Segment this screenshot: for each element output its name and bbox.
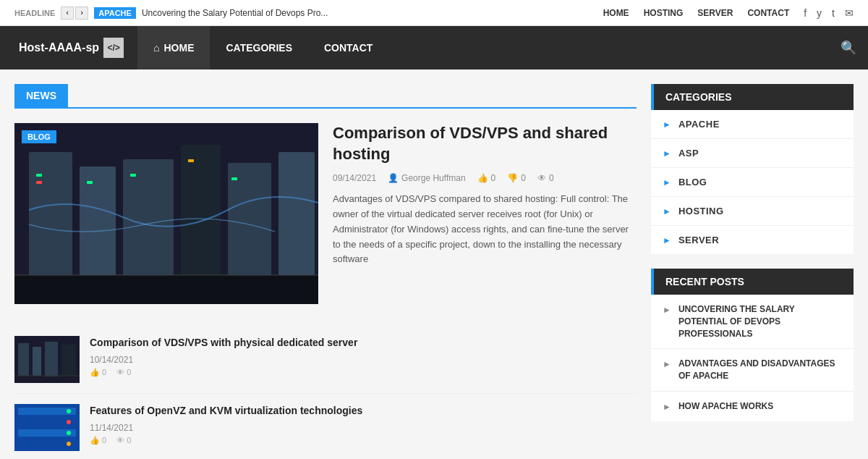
post-list: Comparison of VDS/VPS with physical dedi… — [14, 326, 637, 459]
featured-date: 09/14/2021 — [333, 173, 376, 183]
post-views-0: 👁 0 — [116, 368, 131, 377]
featured-text: Comparison of VDS/VPS and shared hosting… — [333, 123, 637, 304]
headline-next-button[interactable]: › — [75, 7, 88, 20]
sidebar-recent-title: RECENT POSTS — [651, 269, 854, 295]
post-counts-1: 👍 0 👁 0 — [90, 436, 637, 445]
email-icon[interactable]: ✉ — [845, 7, 854, 19]
post-item-1: Features of OpenVZ and KVM virtualizatio… — [14, 394, 637, 459]
svg-rect-16 — [18, 343, 29, 376]
nav-home-link[interactable]: ⌂ HOME — [137, 26, 210, 70]
blog-badge: BLOG — [22, 130, 56, 143]
top-icons: f y t ✉ — [804, 7, 854, 19]
post-counts-0: 👍 0 👁 0 — [90, 368, 637, 377]
svg-point-27 — [67, 420, 71, 424]
home-icon: ⌂ — [153, 42, 159, 54]
recent-item-2[interactable]: ► HOW APACHE WORKS — [651, 392, 854, 421]
sidebar-item-blog[interactable]: ► BLOG — [651, 168, 854, 197]
svg-rect-7 — [14, 275, 318, 304]
page-container: NEWS — [0, 70, 868, 459]
post-thumb-1 — [14, 404, 80, 451]
top-nav-hosting[interactable]: HOSTING — [644, 8, 684, 18]
sidebar-categories: CATEGORIES ► APACHE ► ASP ► BLOG ► HOSTI… — [651, 84, 854, 254]
post-title-1[interactable]: Features of OpenVZ and KVM virtualizatio… — [90, 404, 637, 418]
headline-nav: ‹ › — [61, 7, 88, 20]
post-info-1: Features of OpenVZ and KVM virtualizatio… — [90, 404, 637, 445]
sidebar-hosting-label: HOSTING — [678, 206, 724, 216]
main-content: NEWS — [14, 84, 637, 459]
sidebar-item-apache[interactable]: ► APACHE — [651, 110, 854, 139]
nav-contact-link[interactable]: CONTACT — [308, 26, 388, 70]
sidebar-server-label: SERVER — [678, 235, 719, 245]
post-title-0[interactable]: Comparison of VDS/VPS with physical dedi… — [90, 336, 637, 350]
logo-text: Host-AAAA-sp — [19, 41, 99, 54]
chevron-right-icon: ► — [663, 235, 671, 245]
sidebar-blog-label: BLOG — [678, 177, 707, 188]
svg-point-29 — [67, 442, 71, 446]
facebook-icon[interactable]: f — [804, 7, 807, 19]
post-item-0: Comparison of VDS/VPS with physical dedi… — [14, 326, 637, 394]
svg-rect-18 — [45, 342, 58, 376]
svg-rect-2 — [80, 167, 116, 275]
featured-meta: 09/14/2021 👤 George Huffman 👍 0 👎 0 — [333, 173, 637, 183]
top-nav-contact[interactable]: CONTACT — [747, 8, 789, 18]
svg-rect-6 — [278, 152, 315, 275]
top-nav-server[interactable]: SERVER — [697, 8, 733, 18]
svg-rect-17 — [33, 347, 41, 376]
chevron-right-icon: ► — [663, 119, 671, 130]
svg-rect-9 — [36, 174, 42, 177]
sidebar-recent: RECENT POSTS ► UNCOVERING THE SALARY POT… — [651, 269, 854, 421]
headline-text: Uncovering the Salary Potential of Devop… — [142, 8, 328, 18]
headline-prev-button[interactable]: ‹ — [61, 7, 74, 20]
news-section-header: NEWS — [14, 84, 637, 109]
youtube-icon[interactable]: y — [817, 7, 822, 19]
recent-post-1: ADVANTAGES AND DISADVANTAGES OF APACHE — [678, 358, 842, 382]
post-thumb-0 — [14, 336, 80, 383]
nav-contact-label: CONTACT — [324, 42, 373, 54]
featured-excerpt: Advantages of VDS/VPS compared to shared… — [333, 192, 637, 267]
top-nav: HOME HOSTING SERVER CONTACT — [603, 8, 790, 18]
svg-rect-19 — [61, 345, 76, 376]
sidebar-item-server[interactable]: ► SERVER — [651, 226, 854, 254]
featured-views: 👁 0 — [537, 173, 554, 183]
sidebar-categories-list: ► APACHE ► ASP ► BLOG ► HOSTING ► SERV — [651, 110, 854, 254]
sidebar: CATEGORIES ► APACHE ► ASP ► BLOG ► HOSTI… — [651, 84, 854, 459]
top-nav-home[interactable]: HOME — [603, 8, 629, 18]
featured-author: 👤 George Huffman — [388, 173, 466, 183]
nav-home-label: HOME — [163, 42, 194, 54]
apache-badge[interactable]: APACHE — [94, 7, 136, 19]
top-bar-left: HEADLINE ‹ › APACHE Uncovering the Salar… — [14, 7, 328, 20]
chevron-right-icon: ► — [663, 305, 671, 315]
sidebar-apache-label: APACHE — [678, 119, 720, 130]
post-date-0: 10/14/2021 — [90, 355, 637, 365]
sidebar-item-hosting[interactable]: ► HOSTING — [651, 197, 854, 226]
featured-image-svg — [14, 123, 318, 304]
top-bar: HEADLINE ‹ › APACHE Uncovering the Salar… — [0, 0, 868, 26]
recent-post-2: HOW APACHE WORKS — [678, 400, 773, 413]
author-icon: 👤 — [388, 173, 399, 183]
post-likes-0: 👍 0 — [90, 368, 106, 377]
top-bar-right: HOME HOSTING SERVER CONTACT f y t ✉ — [603, 7, 854, 19]
post-info-0: Comparison of VDS/VPS with physical dedi… — [90, 336, 637, 377]
sidebar-asp-label: ASP — [678, 148, 699, 159]
featured-dislikes: 👎 0 — [507, 173, 526, 183]
logo: Host-AAAA-sp </> — [7, 38, 137, 58]
svg-point-28 — [67, 431, 71, 435]
featured-likes: 👍 0 — [477, 173, 496, 183]
chevron-right-icon: ► — [663, 359, 671, 369]
featured-post: BLOG Comparison of VDS/VPS and shared ho… — [14, 123, 637, 304]
recent-item-1[interactable]: ► ADVANTAGES AND DISADVANTAGES OF APACHE — [651, 349, 854, 392]
svg-rect-14 — [231, 177, 237, 180]
sidebar-item-asp[interactable]: ► ASP — [651, 139, 854, 168]
logo-icon: </> — [103, 38, 124, 58]
sidebar-categories-title: CATEGORIES — [651, 84, 854, 110]
twitter-icon[interactable]: t — [832, 7, 835, 19]
featured-image-wrap: BLOG — [14, 123, 318, 304]
recent-item-0[interactable]: ► UNCOVERING THE SALARY POTENTIAL OF DEV… — [651, 295, 854, 349]
nav-categories-link[interactable]: CATEGORIES — [210, 26, 308, 70]
svg-rect-4 — [181, 145, 221, 275]
featured-title: Comparison of VDS/VPS and shared hosting — [333, 123, 637, 164]
thumbs-up-icon: 👍 — [477, 173, 488, 183]
nav-search-button[interactable]: 🔍 — [829, 26, 868, 70]
svg-point-26 — [67, 409, 71, 413]
svg-rect-11 — [87, 181, 93, 184]
